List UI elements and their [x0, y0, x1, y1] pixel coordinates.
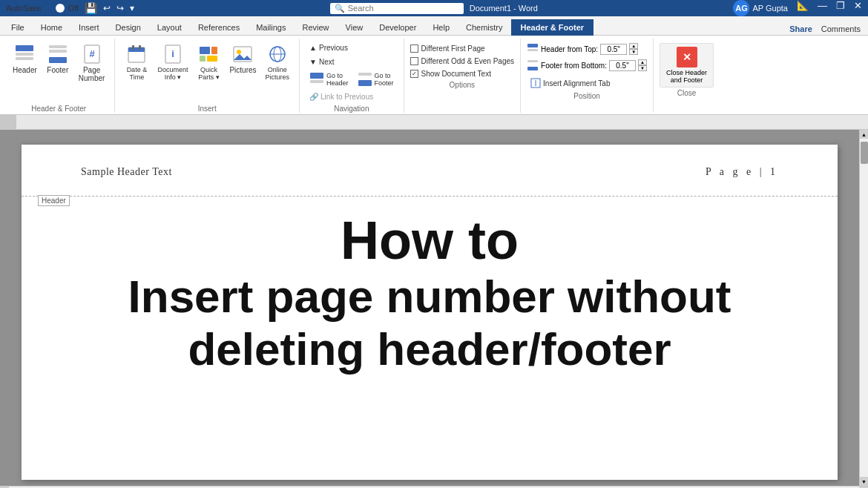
- footer-btn[interactable]: Footer: [42, 40, 73, 76]
- tab-references[interactable]: References: [190, 19, 248, 35]
- svg-rect-11: [139, 45, 141, 50]
- svg-rect-30: [527, 60, 538, 62]
- next-btn[interactable]: ▼ Next: [306, 56, 398, 68]
- tab-layout[interactable]: Layout: [149, 19, 190, 35]
- date-time-icon: [125, 42, 148, 66]
- search-icon: 🔍: [335, 4, 345, 13]
- tab-mailings[interactable]: Mailings: [248, 19, 294, 35]
- scroll-up-btn[interactable]: ▲: [860, 130, 869, 139]
- footer-spin-down[interactable]: ▼: [638, 65, 647, 71]
- insert-items: Date & Time i Document Info ▾ Quick Part…: [121, 40, 293, 103]
- close-btn[interactable]: ✕: [854, 0, 862, 16]
- insert-alignment-tab-label: Insert Alignment Tab: [543, 79, 610, 88]
- tab-view[interactable]: View: [338, 19, 372, 35]
- link-icon: 🔗: [309, 93, 318, 101]
- previous-icon: ▲: [309, 44, 317, 52]
- group-label-close: Close: [660, 89, 714, 97]
- header-from-top-row: Header from Top: ▲ ▼: [527, 43, 647, 55]
- svg-rect-27: [358, 80, 372, 86]
- redo-icon[interactable]: ↪: [116, 3, 124, 13]
- svg-rect-29: [527, 49, 538, 51]
- svg-rect-10: [132, 45, 134, 50]
- customize-qat-icon[interactable]: ▾: [130, 3, 134, 13]
- link-to-previous-btn[interactable]: 🔗 Link to Previous: [306, 90, 398, 103]
- show-doc-text-checkmark: [410, 70, 418, 78]
- diff-odd-even-checkmark: [410, 57, 418, 65]
- tab-review[interactable]: Review: [295, 19, 338, 35]
- doc-info-icon: i: [161, 42, 185, 66]
- body-title-line3: deleting header/footer: [66, 323, 793, 375]
- header-from-top-input[interactable]: [600, 44, 627, 55]
- goto-header-label: Go toHeader: [326, 72, 349, 87]
- title-bar: AutoSave Off 💾 ↩ ↪ ▾ 🔍 Document1 - Word …: [0, 0, 868, 16]
- page-body: How to Insert page number without deleti…: [22, 197, 838, 398]
- online-pictures-btn[interactable]: Online Pictures: [262, 40, 294, 83]
- tab-design[interactable]: Design: [108, 19, 149, 35]
- title-center: 🔍 Document1 - Word: [330, 3, 538, 14]
- avatar[interactable]: AG: [733, 0, 749, 16]
- tab-insert[interactable]: Insert: [70, 19, 108, 35]
- diff-first-page-label: Different First Page: [421, 44, 485, 53]
- date-time-btn[interactable]: Date & Time: [121, 40, 152, 83]
- scroll-thumb-v[interactable]: [861, 142, 868, 164]
- minimize-btn[interactable]: —: [818, 0, 827, 16]
- diff-odd-even-checkbox[interactable]: Different Odd & Even Pages: [410, 57, 514, 65]
- footer-icon: [46, 42, 70, 66]
- next-label: Next: [319, 58, 335, 66]
- quick-parts-btn[interactable]: Quick Parts ▾: [193, 40, 224, 83]
- ribbon-display-icon[interactable]: 📐: [797, 0, 809, 16]
- main-layout: Sample Header Text P a g e | 1 Header Ho…: [0, 130, 868, 488]
- svg-rect-31: [527, 67, 538, 70]
- ribbon-content: Header Footer # Page Number Header & Foo…: [0, 36, 868, 115]
- online-pictures-label2: Pictures: [266, 73, 290, 81]
- search-input[interactable]: [348, 4, 452, 13]
- close-header-footer-btn[interactable]: ✕ Close Headerand Footer: [660, 43, 714, 88]
- header-spin-down[interactable]: ▼: [629, 49, 638, 55]
- goto-header-btn[interactable]: Go toHeader: [306, 70, 352, 89]
- pictures-btn[interactable]: Pictures: [226, 40, 260, 76]
- page-number-btn[interactable]: # Page Number: [75, 40, 109, 85]
- quick-parts-label2: Parts ▾: [198, 73, 220, 81]
- diff-first-page-checkbox[interactable]: Different First Page: [410, 44, 514, 53]
- vertical-scrollbar[interactable]: ▲ ▼: [859, 130, 868, 486]
- undo-icon[interactable]: ↩: [103, 3, 111, 13]
- restore-btn[interactable]: ❐: [836, 0, 845, 16]
- save-icon[interactable]: 💾: [85, 2, 97, 14]
- tab-help[interactable]: Help: [424, 19, 458, 35]
- ribbon-group-header-footer: Header Footer # Page Number Header & Foo…: [3, 39, 115, 113]
- insert-alignment-tab-btn[interactable]: Insert Alignment Tab: [527, 76, 647, 90]
- group-label-position: Position: [527, 92, 647, 100]
- tab-home[interactable]: Home: [33, 19, 70, 35]
- tab-header-footer[interactable]: Header & Footer: [511, 19, 594, 36]
- autosave-toggle[interactable]: [45, 3, 65, 13]
- footer-from-bottom-input[interactable]: [609, 60, 636, 71]
- goto-footer-btn[interactable]: Go toFooter: [354, 70, 398, 89]
- previous-btn[interactable]: ▲ Previous: [306, 42, 398, 54]
- comments-btn[interactable]: Comments: [821, 24, 861, 33]
- doc-info-label2: Info ▾: [165, 73, 182, 81]
- document-page: Sample Header Text P a g e | 1 Header Ho…: [22, 145, 838, 480]
- share-btn[interactable]: Share: [789, 24, 812, 33]
- footer-spin-up[interactable]: ▲: [638, 59, 647, 65]
- tab-file[interactable]: File: [3, 19, 33, 35]
- quick-parts-label: Quick: [200, 66, 217, 73]
- header-btn[interactable]: Header: [9, 40, 41, 76]
- tab-chemistry[interactable]: Chemistry: [458, 19, 511, 35]
- body-title-line2: Insert page number without: [66, 270, 793, 323]
- document-area[interactable]: Sample Header Text P a g e | 1 Header Ho…: [0, 130, 859, 486]
- svg-rect-25: [310, 80, 323, 83]
- pictures-icon: [231, 42, 254, 66]
- ruler: [0, 115, 868, 130]
- show-doc-text-checkbox[interactable]: Show Document Text: [410, 70, 514, 78]
- search-box[interactable]: 🔍: [330, 3, 464, 14]
- header-footer-items: Header Footer # Page Number: [9, 40, 108, 103]
- doc-info-btn[interactable]: i Document Info ▾: [154, 40, 191, 83]
- ribbon-group-navigation: ▲ Previous ▼ Next Go toHeader Go toFoote…: [300, 39, 404, 113]
- scroll-down-btn[interactable]: ▼: [860, 477, 869, 486]
- header-spin-up[interactable]: ▲: [629, 43, 638, 49]
- svg-rect-5: [49, 57, 67, 63]
- goto-header-icon: [309, 72, 324, 87]
- tab-developer[interactable]: Developer: [371, 19, 424, 35]
- page-header[interactable]: Sample Header Text P a g e | 1: [22, 145, 838, 197]
- svg-rect-1: [16, 53, 33, 56]
